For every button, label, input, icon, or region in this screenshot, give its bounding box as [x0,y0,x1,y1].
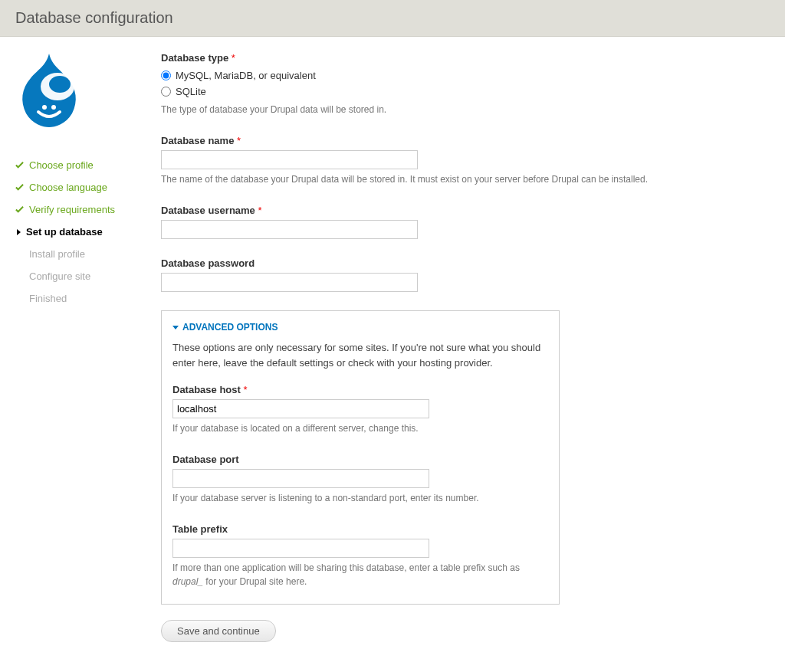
dbtype-radio-sqlite[interactable] [161,87,171,97]
check-icon [15,183,24,192]
step-choose-profile: Choose profile [15,154,161,176]
field-dbtype: Database type * MySQL, MariaDB, or equiv… [161,52,713,116]
dbtype-desc: The type of database your Drupal data wi… [161,103,713,116]
field-dbpass: Database password [161,257,713,292]
svg-point-1 [49,76,71,93]
dbname-label: Database name * [161,135,713,146]
check-icon [15,161,24,169]
page-title: Database configuration [15,9,770,27]
svg-point-2 [42,105,47,110]
dbuser-input[interactable] [161,220,418,239]
field-dbname: Database name * The name of the database… [161,135,713,186]
advanced-intro: These options are only necessary for som… [172,340,548,370]
arrow-right-icon [17,229,21,235]
step-choose-language: Choose language [15,176,161,198]
drupal-logo-icon [15,52,161,131]
dbport-label: Database port [172,454,548,465]
dbname-input[interactable] [161,150,418,169]
dbport-input[interactable] [172,469,429,488]
field-dbport: Database port If your database server is… [172,454,548,505]
advanced-options-fieldset: Advanced options These options are only … [161,310,560,605]
main-form: Database type * MySQL, MariaDB, or equiv… [161,52,744,642]
advanced-options-toggle[interactable]: Advanced options [172,322,548,333]
step-install-profile: Install profile [15,243,161,265]
step-verify-requirements: Verify requirements [15,198,161,221]
dbuser-label: Database username * [161,205,713,216]
save-continue-button[interactable]: Save and continue [161,620,276,642]
dbname-desc: The name of the database your Drupal dat… [161,172,713,186]
sidebar: Choose profile Choose language Verify re… [15,52,161,642]
install-steps: Choose profile Choose language Verify re… [15,154,161,310]
check-icon [15,205,24,214]
dbport-desc: If your database server is listening to … [172,491,548,505]
triangle-down-icon [172,326,179,329]
prefix-desc: If more than one application will be sha… [172,561,548,588]
prefix-input[interactable] [172,539,429,558]
field-prefix: Table prefix If more than one applicatio… [172,523,548,588]
dbtype-option-sqlite: SQLite [176,86,206,97]
field-dbuser: Database username * [161,205,713,239]
field-dbhost: Database host * If your database is loca… [172,384,548,435]
dbtype-label: Database type * [161,52,713,64]
dbhost-desc: If your database is located on a differe… [172,421,548,435]
step-setup-database: Set up database [15,221,161,243]
dbtype-option-mysql: MySQL, MariaDB, or equivalent [176,70,316,81]
page-header: Database configuration [0,0,785,37]
dbtype-radio-mysql[interactable] [161,70,171,80]
prefix-label: Table prefix [172,523,548,535]
dbpass-label: Database password [161,257,713,269]
step-configure-site: Configure site [15,265,161,287]
dbhost-label: Database host * [172,384,548,395]
step-finished: Finished [15,287,161,310]
svg-point-3 [51,105,56,110]
dbpass-input[interactable] [161,273,418,292]
dbhost-input[interactable] [172,399,429,418]
